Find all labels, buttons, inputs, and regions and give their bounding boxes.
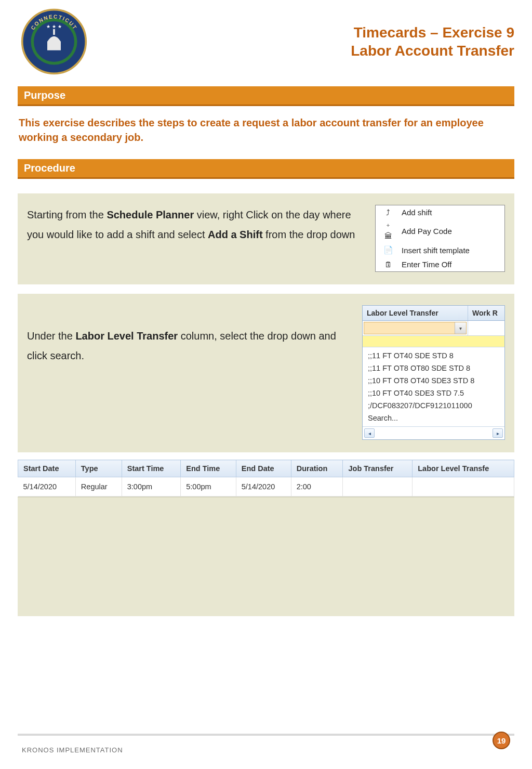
tp-option[interactable]: ;;11 FT OT8 OT80 SDE STD 8	[363, 362, 504, 374]
tp-workr-cell[interactable]	[468, 321, 504, 335]
title-line-2: Labor Account Transfer	[90, 42, 514, 60]
tp-header-col1: Labor Level Transfer	[363, 306, 468, 320]
table-row[interactable]: 5/14/2020 Regular 3:00pm 5:00pm 5/14/202…	[18, 477, 514, 497]
td-job-transfer[interactable]	[343, 477, 413, 497]
title-block: Timecards – Exercise 9 Labor Account Tra…	[90, 23, 514, 60]
step-block-2: Under the Labor Level Transfer column, s…	[18, 294, 514, 452]
tp-input-row: ▾	[363, 321, 504, 336]
tp-option-search[interactable]: Search...	[363, 412, 504, 424]
page-number-badge: 19	[493, 732, 510, 749]
th-start-date: Start Date	[18, 460, 76, 477]
td-end-time[interactable]: 5:00pm	[181, 477, 236, 497]
ctx-item-insert-shift-template[interactable]: 📄 Insert shift template	[376, 243, 504, 257]
schedule-empty-area	[18, 497, 514, 616]
td-start-time[interactable]: 3:00pm	[122, 477, 181, 497]
scroll-right-button[interactable]: ▸	[493, 428, 503, 438]
tp-option[interactable]: ;;11 FT OT40 SDE STD 8	[363, 349, 504, 362]
th-duration: Duration	[291, 460, 343, 477]
step1-text: Starting from the Schedule Planner view,…	[27, 205, 360, 244]
section-bar-procedure: Procedure	[18, 159, 514, 179]
enter-timeoff-icon: 🗓	[383, 260, 393, 269]
step1-pre: Starting from the	[27, 209, 107, 220]
step2-bold1: Labor Level Transfer	[75, 330, 178, 342]
th-end-time: End Time	[181, 460, 236, 477]
ctx-item-add-pay-code[interactable]: ⁺🏛 Add Pay Code	[376, 219, 504, 243]
ctx-label: Add shift	[402, 208, 432, 217]
th-labor-level-transfer: Labor Level Transfe	[413, 460, 514, 477]
tp-option-list: ;;11 FT OT40 SDE STD 8 ;;11 FT OT8 OT80 …	[363, 347, 504, 426]
ctx-item-enter-time-off[interactable]: 🗓 Enter Time Off	[376, 257, 504, 271]
state-seal-logo: ★ ★ ★ CONNECTICUT	[18, 5, 90, 78]
th-end-date: End Date	[236, 460, 291, 477]
tp-option[interactable]: ;;10 FT OT8 OT40 SDE3 STD 8	[363, 374, 504, 387]
tp-highlight-row	[363, 336, 504, 347]
td-duration[interactable]: 2:00	[291, 477, 343, 497]
svg-rect-3	[47, 42, 61, 50]
td-start-date[interactable]: 5/14/2020	[18, 477, 76, 497]
step1-post: from the drop down	[263, 229, 355, 240]
section-bar-purpose: Purpose	[18, 86, 514, 106]
tp-option[interactable]: ;/DCF083207/DCF9121011000	[363, 399, 504, 412]
tp-header-col2: Work R	[468, 306, 504, 320]
td-type[interactable]: Regular	[75, 477, 122, 497]
schedule-table: Start Date Type Start Time End Time End …	[18, 460, 514, 497]
ctx-label: Enter Time Off	[402, 260, 451, 269]
step1-bold2: Add a Shift	[208, 229, 263, 240]
scroll-left-button[interactable]: ◂	[364, 428, 375, 438]
step1-bold1: Schedule Planner	[107, 209, 194, 220]
step2-text: Under the Labor Level Transfer column, s…	[27, 305, 347, 440]
svg-rect-4	[53, 29, 55, 35]
step2-pre: Under the	[27, 330, 75, 342]
title-line-1: Timecards – Exercise 9	[90, 23, 514, 42]
add-paycode-icon: ⁺🏛	[383, 222, 393, 240]
tp-header: Labor Level Transfer Work R	[363, 306, 504, 321]
page-header: ★ ★ ★ CONNECTICUT Timecards – Exercise 9…	[18, 0, 514, 83]
ctx-item-add-shift[interactable]: ⤴ Add shift	[376, 205, 504, 219]
page-footer: KRONOS IMPLEMENTATION 19	[0, 741, 532, 759]
labor-transfer-panel: Labor Level Transfer Work R ▾ ;;11 FT OT…	[362, 305, 505, 440]
insert-template-icon: 📄	[383, 245, 393, 255]
step-block-1: Starting from the Schedule Planner view,…	[18, 193, 514, 284]
tp-dropdown-cell: ▾	[363, 321, 468, 335]
table-header-row: Start Date Type Start Time End Time End …	[18, 460, 514, 477]
context-menu: ⤴ Add shift ⁺🏛 Add Pay Code 📄 Insert shi…	[375, 205, 505, 272]
add-shift-icon: ⤴	[383, 208, 393, 217]
th-type: Type	[75, 460, 122, 477]
th-job-transfer: Job Transfer	[343, 460, 413, 477]
td-labor-level-transfer[interactable]	[413, 477, 514, 497]
ctx-label: Insert shift template	[402, 246, 470, 255]
svg-text:★ ★ ★: ★ ★ ★	[46, 24, 61, 29]
ctx-label: Add Pay Code	[402, 227, 452, 236]
footer-divider	[18, 734, 514, 736]
th-start-time: Start Time	[122, 460, 181, 477]
schedule-table-wrap: Start Date Type Start Time End Time End …	[18, 460, 514, 616]
footer-label: KRONOS IMPLEMENTATION	[22, 746, 123, 754]
labor-transfer-dropdown[interactable]: ▾	[364, 322, 467, 334]
chevron-down-icon[interactable]: ▾	[455, 322, 466, 334]
purpose-text: This exercise describes the steps to cre…	[18, 106, 514, 156]
tp-scrollbar: ◂ ▸	[363, 426, 504, 439]
td-end-date[interactable]: 5/14/2020	[236, 477, 291, 497]
tp-option[interactable]: ;;10 FT OT40 SDE3 STD 7.5	[363, 387, 504, 399]
